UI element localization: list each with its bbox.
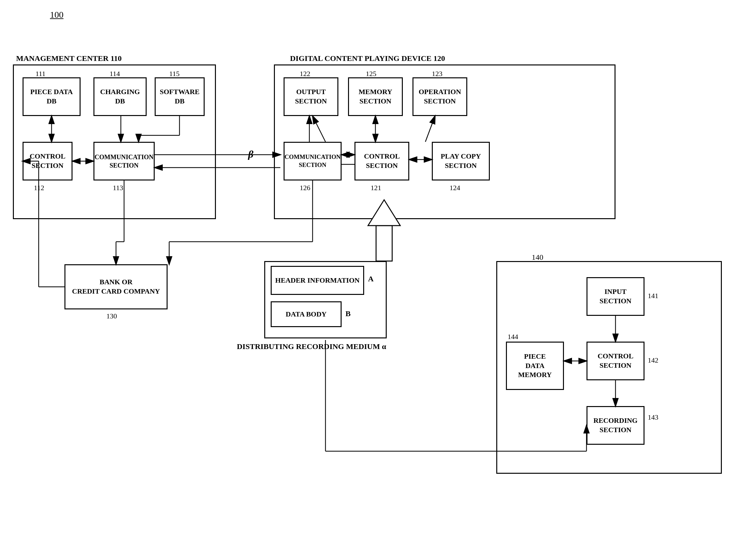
operation-section-ref: 123 xyxy=(432,70,443,78)
dev-control-section-box: CONTROL SECTION xyxy=(354,142,409,180)
recording-section-box: RECORDING SECTION xyxy=(586,406,644,445)
data-body-box: DATA BODY xyxy=(271,301,342,327)
operation-section-box: OPERATION SECTION xyxy=(412,77,467,116)
piece-data-db-ref: 111 xyxy=(36,70,46,78)
diagram: 100 MANAGEMENT CENTER 110 PIECE DATA DB … xyxy=(0,0,756,554)
recording-device-ref: 140 xyxy=(532,253,543,262)
software-db-ref: 115 xyxy=(169,70,179,78)
mc-control-section-box: CONTROL SECTION xyxy=(22,142,72,180)
mc-comm-section-ref: 113 xyxy=(113,184,123,192)
distributing-medium-label: DISTRIBUTING RECORDING MEDIUM α xyxy=(237,342,386,351)
header-info-sublabel: A xyxy=(368,275,373,283)
play-copy-section-ref: 124 xyxy=(450,184,460,192)
dev-control-section-ref: 121 xyxy=(370,184,381,192)
mc-control-section-ref: 112 xyxy=(34,184,44,192)
bank-ref: 130 xyxy=(106,312,117,320)
mc-comm-section-box: COMMUNICATION SECTION xyxy=(94,142,155,180)
software-db-box: SOFTWARE DB xyxy=(155,77,205,116)
charging-db-ref: 114 xyxy=(110,70,120,78)
bank-box: BANK OR CREDIT CARD COMPANY xyxy=(64,264,168,310)
header-info-box: HEADER INFORMATION xyxy=(271,266,364,295)
management-center-label: MANAGEMENT CENTER 110 xyxy=(16,54,122,63)
figure-number: 100 xyxy=(50,10,63,20)
rec-control-section-ref: 142 xyxy=(648,356,658,365)
piece-data-db-box: PIECE DATA DB xyxy=(22,77,80,116)
play-copy-section-box: PLAY COPY SECTION xyxy=(432,142,490,180)
dev-comm-section-box: COMMUNICATION SECTION xyxy=(284,142,342,180)
rec-control-section-box: CONTROL SECTION xyxy=(586,342,644,380)
digital-device-label: DIGITAL CONTENT PLAYING DEVICE 120 xyxy=(290,54,445,63)
input-section-ref: 141 xyxy=(648,292,658,300)
output-section-box: OUTPUT SECTION xyxy=(284,77,338,116)
memory-section-ref: 125 xyxy=(366,70,376,78)
piece-data-memory-ref: 144 xyxy=(508,333,518,341)
piece-data-memory-box: PIECE DATA MEMORY xyxy=(506,342,564,390)
svg-rect-27 xyxy=(376,226,392,261)
charging-db-box: CHARGING DB xyxy=(94,77,147,116)
memory-section-box: MEMORY SECTION xyxy=(348,77,403,116)
data-body-sublabel: B xyxy=(345,310,351,318)
recording-section-ref: 143 xyxy=(648,413,658,422)
input-section-box: INPUT SECTION xyxy=(586,277,644,316)
dev-comm-section-ref: 126 xyxy=(300,184,310,192)
beta-label: β xyxy=(248,148,253,160)
output-section-ref: 122 xyxy=(300,70,310,78)
